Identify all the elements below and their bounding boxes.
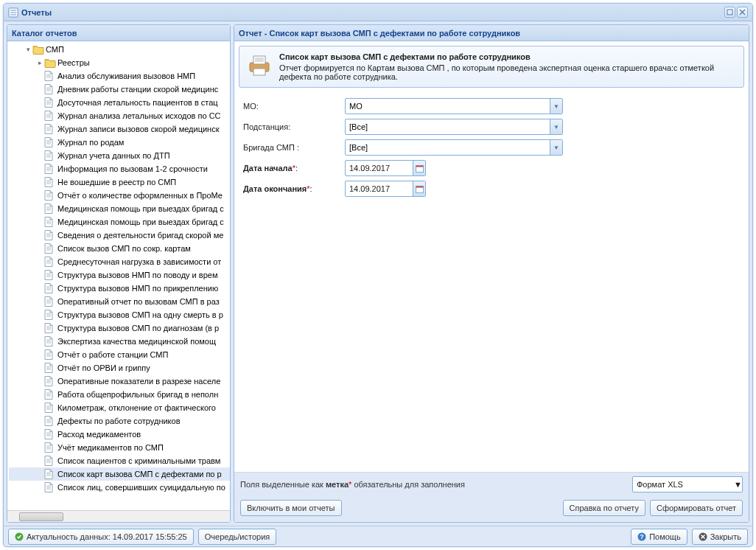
tree-item[interactable]: Досуточная летальность пациентов в стац [9,96,230,109]
svg-rect-108 [253,69,265,75]
format-value: Формат XLS [633,480,734,489]
tree-item-label: Не вошедшие в реестр по СМП [57,178,176,187]
document-icon [44,323,56,333]
chevron-down-icon[interactable]: ▼ [550,99,562,114]
tree-item[interactable]: Структура вызовов СМП по диагнозам (в р [9,321,230,335]
close-window-button[interactable] [737,7,748,18]
tree-item[interactable]: Список пациентов с криминальными травм [9,454,230,467]
date-end-input[interactable]: 14.09.2017 [345,181,426,197]
tree-item[interactable]: Журнал записи вызовов скорой медицинск [9,122,230,136]
svg-text:?: ? [640,533,644,540]
tree-item[interactable]: Журнал учета данных по ДТП [9,149,230,162]
tree-item[interactable]: Не вошедшие в реестр по СМП [9,175,230,189]
tree-item[interactable]: Информация по вызовам 1-2 срочности [9,162,230,175]
tree-item-label: Километраж, отклонение от фактического [57,403,216,412]
tree-item[interactable]: Среднесуточная нагрузка в зависимости от [9,255,230,268]
queue-history-button[interactable]: Очередь/история [198,529,277,545]
tree-item-label: Работа общепрофильных бригад в неполн [57,390,218,399]
include-in-my-reports-button[interactable]: Включить в мои отчеты [240,500,342,516]
tree-toggle[interactable]: ▸ [35,59,44,66]
svg-rect-4 [727,10,732,15]
generate-report-button[interactable]: Сформировать отчет [650,500,743,516]
tree-item-label: Дефекты по работе сотрудников [57,417,181,425]
calendar-icon[interactable] [413,181,425,196]
tree-item-label: Отчёт о количестве оформленных в ПроМе [57,191,223,200]
scrollbar-thumb[interactable] [19,512,63,521]
document-icon [44,97,56,108]
tree-item[interactable]: Структура вызовов НМП по поводу и врем [9,268,230,282]
tree-item-label: Оперативный отчет по вызовам СМП в раз [57,297,220,306]
substation-combo[interactable]: [Все] ▼ [345,119,563,135]
tree-folder-registries[interactable]: ▸Реестры [9,56,230,69]
report-description: Список карт вызова СМП с дефектами по ра… [239,46,744,88]
tree-item[interactable]: Километраж, отклонение от фактического [9,401,230,414]
document-icon [44,376,56,386]
chevron-down-icon[interactable]: ▼ [734,480,742,489]
catalog-tree[interactable]: ▾СМП▸РеестрыАнализ обслуживания вызовов … [7,41,230,510]
document-icon [44,336,56,347]
document-icon [44,164,56,174]
date-start-value: 14.09.2017 [346,164,413,173]
date-start-input[interactable]: 14.09.2017 [345,160,426,176]
svg-rect-110 [416,165,423,167]
tree-item[interactable]: Медицинская помощь при выездах бригад с [9,202,230,215]
svg-rect-112 [416,186,423,187]
maximize-button[interactable] [724,7,735,18]
document-icon [44,137,56,147]
document-icon [44,310,56,320]
document-icon [44,190,56,201]
printer-icon [247,52,272,77]
tree-item[interactable]: Экспертиза качества медицинской помощ [9,335,230,348]
tree-item-label: Журнал записи вызовов скорой медицинск [57,125,220,133]
tree-item[interactable]: Расход медикаментов [9,428,230,441]
tree-item[interactable]: Учёт медикаментов по СМП [9,441,230,454]
substation-value: [Все] [346,122,550,131]
tree-item[interactable]: Структура вызовов НМП по прикреплению [9,282,230,295]
calendar-icon[interactable] [413,161,425,175]
horizontal-scrollbar[interactable] [7,510,230,522]
tree-folder-smp[interactable]: ▾СМП [9,43,230,56]
tree-item[interactable]: Медицинская помощь при выездах бригад с [9,215,230,229]
help-button[interactable]: ? Помощь [631,529,687,545]
tree-item[interactable]: Дефекты по работе сотрудников [9,414,230,428]
date-end-label: Дата окончания*: [243,184,345,193]
brigade-combo[interactable]: [Все] ▼ [345,139,563,156]
tree-item[interactable]: Список вызов СМП по сокр. картам [9,242,230,255]
tree-toggle[interactable]: ▾ [24,46,32,53]
folder-icon [44,58,56,68]
tree-item[interactable]: Отчёт о работе станции СМП [9,348,230,361]
tree-item[interactable]: Дневник работы станции скорой медицинс [9,83,230,96]
tree-item-label: Сведения о деятельности бригад скорой ме [57,231,223,240]
report-help-button[interactable]: Справка по отчету [563,500,645,516]
tree-item[interactable]: Журнал анализа летальных исходов по СС [9,109,230,122]
format-combo[interactable]: Формат XLS ▼ [632,476,743,492]
report-button-bar: Включить в мои отчеты Справка по отчету … [234,496,749,522]
status-bar: Актуальность данных: 14.09.2017 15:55:25… [4,526,752,546]
tree-item-label: Реестры [57,58,90,67]
tree-item[interactable]: Анализ обслуживания вызовов НМП [9,69,230,83]
close-icon [699,532,707,541]
tree-item[interactable]: Оперативные показатели в разрезе населе [9,375,230,388]
substation-label: Подстанция: [243,122,345,131]
tree-item[interactable]: Список лиц, совершивших суицидальную по [9,481,230,494]
tree-item[interactable]: Сведения о деятельности бригад скорой ме [9,229,230,242]
tree-item[interactable]: Журнал по родам [9,136,230,149]
tree-item[interactable]: Список карт вызова СМП с дефектами по р [9,467,230,481]
chevron-down-icon[interactable]: ▼ [550,119,562,134]
close-button[interactable]: Закрыть [692,529,748,545]
tree-item[interactable]: Отчёт о количестве оформленных в ПроМе [9,189,230,202]
data-actuality-button[interactable]: Актуальность данных: 14.09.2017 15:55:25 [8,529,194,545]
reports-window: Отчеты Каталог отчетов ▾СМП▸РеестрыАнали… [3,3,753,547]
help-icon: ? [637,532,646,541]
report-panel: Отчет - Список карт вызова СМП с дефекта… [234,24,749,523]
tree-item[interactable]: Работа общепрофильных бригад в неполн [9,388,230,401]
document-icon [44,416,56,426]
tree-item[interactable]: Отчёт по ОРВИ и гриппу [9,361,230,375]
mo-combo[interactable]: МО ▼ [345,98,563,114]
document-icon [44,203,56,214]
tree-item[interactable]: Структура вызовов СМП на одну смерть в р [9,308,230,321]
hint-bar: Поля выделенные как метка* обязательны д… [234,472,749,496]
tree-item[interactable]: Оперативный отчет по вызовам СМП в раз [9,295,230,308]
document-icon [44,296,56,307]
chevron-down-icon[interactable]: ▼ [550,140,562,155]
